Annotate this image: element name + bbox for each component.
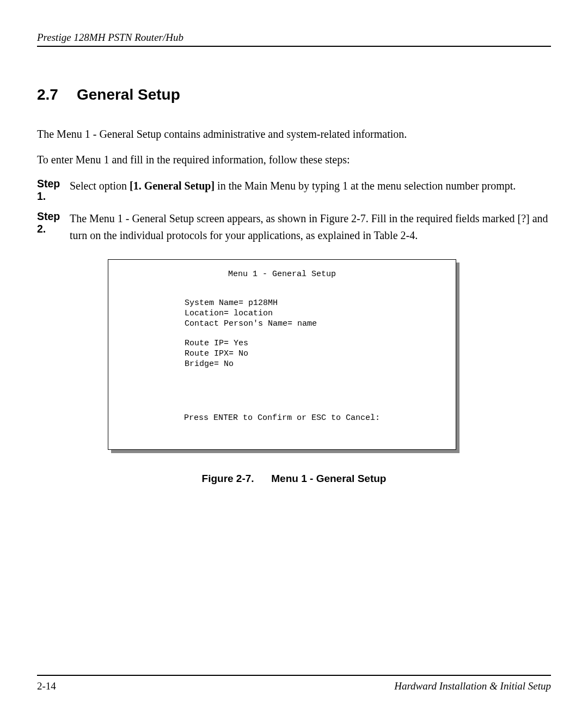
terminal-footer: Press ENTER to Confirm or ESC to Cancel: xyxy=(125,413,439,423)
terminal-line: Bridge= No xyxy=(185,359,439,370)
page-number: 2-14 xyxy=(37,680,56,692)
section-number: 2.7 xyxy=(37,86,58,103)
section-title: General Setup xyxy=(77,86,180,103)
step-text-pre: Select option xyxy=(70,180,130,192)
figure-title: Menu 1 - General Setup xyxy=(271,473,386,484)
step-label: Step 2. xyxy=(37,210,70,244)
terminal-line: Route IP= Yes xyxy=(185,339,439,349)
figure-label: Figure 2-7. xyxy=(202,473,254,484)
step-bold: [1. General Setup] xyxy=(130,180,215,192)
terminal-line: System Name= p128MH xyxy=(185,298,439,309)
footer-section-title: Hardward Installation & Initial Setup xyxy=(394,680,551,692)
terminal-block-2: Route IP= Yes Route IPX= No Bridge= No xyxy=(185,339,439,369)
terminal-line: Contact Person's Name= name xyxy=(185,319,439,329)
intro-paragraph-1: The Menu 1 - General Setup contains admi… xyxy=(37,126,551,142)
terminal-line: Route IPX= No xyxy=(185,349,439,359)
terminal-title: Menu 1 - General Setup xyxy=(125,270,439,279)
section-heading: 2.7General Setup xyxy=(37,86,551,103)
intro-paragraph-2: To enter Menu 1 and fill in the required… xyxy=(37,152,551,168)
terminal-block-1: System Name= p128MH Location= location C… xyxy=(185,298,439,329)
step-1: Step 1. Select option [1. General Setup]… xyxy=(37,178,551,203)
page-header: Prestige 128MH PSTN Router/Hub xyxy=(37,32,551,47)
step-body: The Menu 1 - General Setup screen appear… xyxy=(70,210,551,244)
terminal-line: Location= location xyxy=(185,309,439,319)
figure-caption: Figure 2-7. Menu 1 - General Setup xyxy=(37,473,551,485)
page-footer: 2-14 Hardward Installation & Initial Set… xyxy=(37,675,551,692)
terminal-screen: Menu 1 - General Setup System Name= p128… xyxy=(108,259,456,450)
step-text-post: in the Main Menu by typing 1 at the menu… xyxy=(215,180,516,192)
step-2: Step 2. The Menu 1 - General Setup scree… xyxy=(37,210,551,244)
step-label: Step 1. xyxy=(37,178,70,203)
step-body: Select option [1. General Setup] in the … xyxy=(70,178,551,203)
